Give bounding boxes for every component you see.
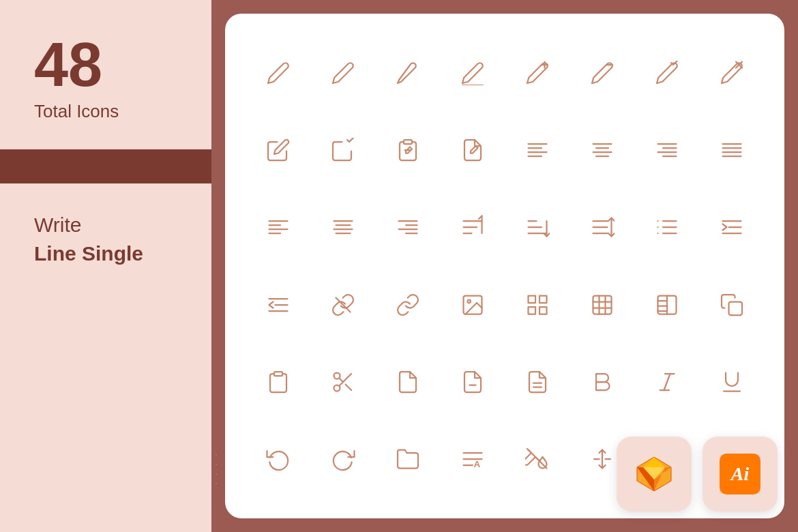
svg-rect-64 (540, 295, 547, 303)
icon-align-right-2 (384, 203, 432, 251)
icon-columns (643, 281, 691, 329)
app-buttons: Ai (617, 437, 778, 512)
icon-sort-asc (449, 203, 497, 251)
icon-edit-check (319, 126, 367, 174)
icon-pencil-x (708, 49, 756, 97)
ai-button[interactable]: Ai (703, 437, 778, 512)
icon-italic (643, 358, 691, 406)
icon-scissors (319, 358, 367, 406)
icon-file-blank (384, 358, 432, 406)
category-section: Write Line Single (0, 183, 211, 532)
icon-paint-bucket (514, 435, 561, 483)
svg-text:A: A (473, 459, 480, 469)
icon-link (384, 281, 432, 329)
svg-rect-78 (274, 372, 282, 376)
category-line1: Write (34, 211, 184, 239)
svg-point-62 (467, 299, 471, 303)
icon-count: 48 (34, 34, 184, 95)
icon-align-right (643, 126, 691, 174)
category-line2: Line Single (34, 239, 184, 268)
icon-file-list (514, 358, 561, 406)
svg-rect-66 (540, 307, 547, 314)
icon-bold (578, 358, 626, 406)
icon-redo (319, 435, 367, 483)
icon-file-edit (449, 126, 497, 174)
icon-sort-desc (514, 203, 561, 251)
icon-sort-both (578, 203, 626, 251)
svg-line-89 (664, 374, 670, 390)
svg-line-83 (339, 378, 343, 382)
svg-rect-65 (528, 307, 535, 314)
icon-edit-square (254, 126, 302, 174)
divider (0, 149, 211, 183)
icon-align-center (578, 126, 626, 174)
icon-image (449, 281, 497, 329)
icon-text-align: A (449, 435, 497, 483)
icon-align-left-2 (254, 203, 302, 251)
left-panel: 48 Total Icons Write Line Single (0, 0, 211, 532)
icon-pencil-minus (578, 49, 626, 97)
icon-align-left (514, 126, 561, 174)
icon-file-minus (449, 358, 497, 406)
icon-underline (708, 358, 756, 406)
icon-clipboard (254, 358, 302, 406)
sketch-button[interactable] (617, 437, 692, 512)
svg-rect-6 (404, 140, 412, 144)
icon-pencil-2 (319, 49, 367, 97)
icon-folder (384, 435, 432, 483)
svg-rect-67 (593, 295, 611, 314)
svg-line-60 (336, 297, 350, 312)
icon-outdent (254, 281, 302, 329)
icon-pencil-check (643, 49, 691, 97)
icon-clipboard-edit (384, 126, 432, 174)
icon-pencil-diagonal (384, 49, 432, 97)
icon-indent (708, 203, 756, 251)
icon-undo (254, 435, 302, 483)
icon-unlink (319, 281, 367, 329)
icon-align-center-2 (319, 203, 367, 251)
icon-grid (514, 281, 561, 329)
total-label: Total Icons (34, 101, 184, 122)
ai-logo-text: Ai (720, 454, 760, 494)
icon-pencil-plus (514, 49, 561, 97)
icon-pencil-1 (254, 49, 302, 97)
icon-pencil-underline (449, 49, 497, 97)
icon-list-bullets (643, 203, 691, 251)
svg-rect-63 (528, 295, 535, 303)
icon-table (578, 281, 626, 329)
icon-copy (708, 281, 756, 329)
svg-rect-77 (728, 301, 742, 315)
count-section: 48 Total Icons (0, 0, 211, 149)
icon-align-justify (708, 126, 756, 174)
svg-line-82 (345, 385, 351, 390)
